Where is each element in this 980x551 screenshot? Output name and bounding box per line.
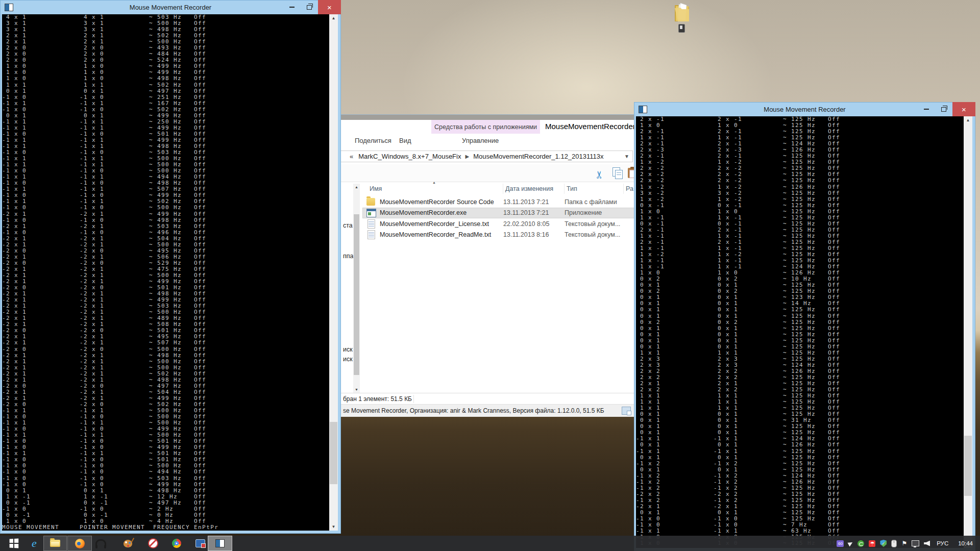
scroll-up-icon[interactable]: ▲ [964, 116, 972, 124]
scroll-up-icon[interactable]: ▲ [353, 184, 360, 190]
nav-item-label-fragment[interactable]: иск [343, 346, 353, 353]
mouse-icon[interactable] [891, 540, 897, 547]
security-shield-icon[interactable]: ✓ [880, 540, 887, 547]
file-name: MouseMovementRecorder.exe [380, 209, 503, 216]
file-type: Приложение [565, 209, 624, 216]
console-row: -1 x 0 -1 x 0 ~ 500 Hz Off [2, 205, 329, 211]
language-indicator[interactable]: РУС [937, 540, 948, 546]
tab-share[interactable]: Поделиться [355, 137, 391, 144]
nvidia-icon[interactable] [857, 540, 864, 547]
taskbar-internet-explorer-icon[interactable]: e [27, 536, 42, 550]
console-scrollbar[interactable]: ▲ ▼ [329, 14, 338, 531]
selection-status-text: бран 1 элемент: 51.5 КБ [343, 395, 412, 403]
desktop-open-folder-icon[interactable] [672, 1, 692, 23]
restore-button[interactable] [301, 0, 318, 14]
console-app-icon[interactable] [639, 106, 647, 113]
cursor-icon[interactable] [848, 540, 854, 546]
network-icon[interactable] [912, 540, 919, 546]
console-titlebar[interactable]: Mouse Movement Recorder × [634, 102, 975, 116]
desktop-small-file-icon[interactable] [678, 24, 685, 33]
console-row: -1 x 0 -1 x 0 ~ 496 Hz Off [2, 230, 329, 236]
scroll-down-icon[interactable]: ▼ [329, 523, 338, 531]
console-row: 0 x 1 0 x 1 ~ 125 Hz Off [636, 313, 964, 319]
console-row: -1 x 0 -1 x 0 ~ 499 Hz Off [2, 482, 329, 488]
nav-item-label-fragment[interactable]: иск [343, 356, 353, 363]
address-dropdown-icon[interactable]: ▼ [624, 154, 629, 159]
breadcrumb-parent[interactable]: MarkC_Windows_8.x+7_MouseFix [358, 153, 461, 160]
avira-icon[interactable]: ☂ [869, 540, 875, 547]
clock[interactable]: 10:44 [958, 540, 973, 546]
console-row: -1 x 0 -1 x 0 ~ 503 Hz Off [2, 475, 329, 482]
headphones-icon [95, 539, 106, 547]
nav-pane-scrollbar[interactable]: ▲ ▼ [353, 184, 360, 393]
breadcrumb-current[interactable]: MouseMovementRecorder_1.12_20131113x [473, 153, 603, 160]
tab-manage[interactable]: Управление [462, 137, 499, 144]
minimize-button[interactable] [918, 102, 935, 116]
restore-button[interactable] [935, 102, 952, 116]
firefox-icon [75, 539, 85, 548]
badge-60-icon[interactable]: 60 [837, 540, 844, 547]
media-app-icon [195, 539, 205, 547]
explorer-window: Средства работы с приложениями MouseMove… [327, 115, 639, 416]
file-explorer-icon [50, 540, 60, 547]
taskbar-mouse-movement-recorder-icon[interactable] [208, 536, 232, 550]
taskbar-paint-palette-icon[interactable] [120, 536, 135, 550]
scroll-thumb[interactable] [330, 422, 337, 484]
taskbar-media-app-icon[interactable] [192, 536, 208, 550]
back-chevrons-icon[interactable]: « [350, 153, 353, 160]
cut-icon[interactable]: ✂ [593, 167, 605, 179]
taskbar-recorder-blocked-icon[interactable] [145, 536, 161, 550]
mouse-movement-recorder-icon [215, 539, 225, 547]
taskbar-chrome-icon[interactable] [169, 536, 184, 550]
flag-icon[interactable]: ⚑ [901, 540, 907, 547]
file-date: 13.11.2013 7:21 [503, 209, 565, 216]
scroll-up-icon[interactable]: ▲ [329, 14, 338, 22]
console-row: 1 x 1 1 x 1 ~ 502 Hz Off [2, 82, 329, 88]
file-name: MouseMovementRecorder Source Code [380, 198, 503, 206]
file-row[interactable]: MouseMovementRecorder_License.txt22.02.2… [362, 218, 636, 230]
console-row: 0 x 1 0 x 1 ~ 499 Hz Off [2, 113, 329, 119]
explorer-titlebar[interactable]: Средства работы с приложениями MouseMove… [327, 120, 639, 134]
nav-item-label-fragment[interactable]: ппа [343, 253, 354, 260]
nav-item-label-fragment[interactable]: ста [343, 222, 353, 229]
scroll-down-icon[interactable]: ▼ [353, 386, 360, 393]
minimize-button[interactable] [283, 0, 301, 14]
txt-file-icon [368, 230, 375, 239]
tab-view[interactable]: Вид [399, 137, 411, 144]
file-row[interactable]: MouseMovementRecorder Source Code13.11.2… [362, 196, 636, 208]
address-bar-row: « MarkC_Windows_8.x+7_MouseFix ▶ MouseMo… [327, 148, 639, 164]
ribbon-quick-toolbar: ✂ [327, 164, 639, 182]
console-row: -2 x 1 -2 x 1 ~ 500 Hz Off [2, 365, 329, 371]
console-row: 0 x 1 0 x 1 ~ 126 Hz Off [636, 442, 964, 448]
console-titlebar[interactable]: Mouse Movement Recorder × [0, 0, 341, 14]
copy-icon[interactable] [611, 167, 624, 179]
file-row[interactable]: MouseMovementRecorder_ReadMe.txt13.11.20… [362, 230, 636, 241]
folder-file-icon [366, 198, 375, 206]
console-row: 1 x 0 1 x 0 ~ 125 Hz Off [636, 209, 964, 215]
ribbon-tab-bar: Поделиться Вид Управление [327, 134, 639, 149]
taskbar-firefox-icon[interactable] [68, 536, 91, 550]
taskbar-start-button[interactable] [4, 536, 23, 550]
close-button[interactable]: × [952, 102, 975, 116]
console-row: -2 x 1 -2 x 1 ~ 500 Hz Off [2, 242, 329, 248]
taskbar-headphones-icon[interactable] [93, 536, 108, 550]
explorer-info-bar: se Movement Recorder, Организация: anir … [327, 404, 639, 417]
close-button[interactable]: × [318, 0, 341, 14]
column-header-date[interactable]: Дата изменения [503, 184, 565, 194]
console-scrollbar[interactable]: ▲ ▼ [964, 116, 972, 548]
details-view-toggle-icon[interactable] [622, 407, 631, 415]
file-name: MouseMovementRecorder_ReadMe.txt [380, 231, 503, 238]
column-header-name[interactable]: Имя [362, 184, 503, 194]
console-output: 4 x 1 4 x 1 ~ 503 Hz Off 3 x 1 3 x 1 ~ 5… [2, 14, 329, 531]
file-date: 13.11.2013 8:16 [503, 231, 565, 238]
file-row[interactable]: MouseMovementRecorder.exe13.11.2013 7:21… [362, 208, 636, 219]
volume-icon[interactable] [924, 541, 930, 546]
taskbar-file-explorer-icon[interactable] [44, 536, 66, 550]
app-tools-contextual-tab[interactable]: Средства работы с приложениями [431, 120, 540, 134]
scroll-thumb[interactable] [964, 436, 972, 496]
console-app-icon[interactable] [5, 4, 13, 11]
address-bar[interactable]: « MarkC_Windows_8.x+7_MouseFix ▶ MouseMo… [331, 151, 633, 162]
console-row: -2 x 1 -2 x 1 ~ 502 Hz Off [2, 371, 329, 377]
scroll-thumb[interactable] [354, 214, 359, 375]
column-header-type[interactable]: Тип [565, 184, 624, 194]
